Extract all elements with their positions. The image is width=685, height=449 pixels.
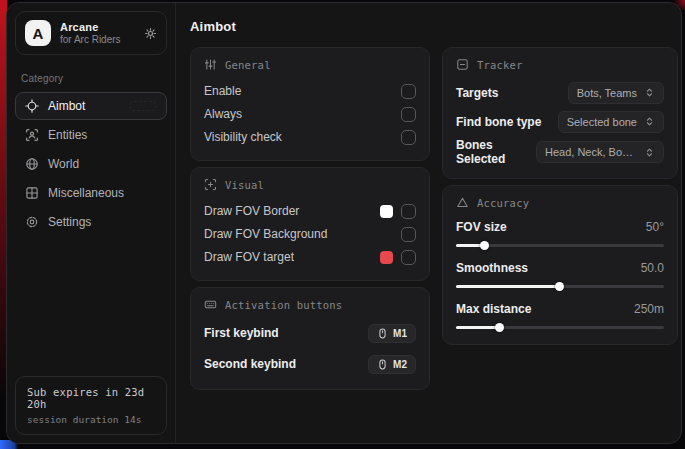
row-label: Second keybind bbox=[204, 357, 368, 371]
fov-target-color-swatch[interactable] bbox=[380, 251, 393, 264]
setting-row-max-distance: Max distance 250m bbox=[456, 300, 664, 332]
fov-size-slider[interactable] bbox=[456, 241, 664, 250]
slider-thumb[interactable] bbox=[495, 323, 504, 332]
draw-fov-border-checkbox[interactable] bbox=[401, 204, 416, 219]
row-label: Draw FOV Border bbox=[204, 204, 380, 218]
setting-row-draw-fov-border: Draw FOV Border bbox=[204, 200, 416, 222]
sidebar-item-label: Miscellaneous bbox=[48, 186, 124, 200]
row-label: Enable bbox=[204, 84, 401, 98]
row-label: Visibility check bbox=[204, 130, 401, 144]
globe-icon bbox=[25, 157, 39, 171]
sidebar-item-entities[interactable]: Entities bbox=[15, 121, 167, 149]
first-keybind-button[interactable]: M1 bbox=[368, 324, 416, 343]
card-title: General bbox=[225, 59, 271, 71]
smoothness-value: 50.0 bbox=[641, 261, 664, 275]
triangle-icon bbox=[456, 196, 469, 209]
second-keybind-button[interactable]: M2 bbox=[368, 355, 416, 374]
row-label: Targets bbox=[456, 86, 568, 100]
grid-icon bbox=[25, 186, 39, 200]
logo-text: Arcane for Arc Riders bbox=[60, 21, 135, 45]
sidebar-item-world[interactable]: World bbox=[15, 150, 167, 178]
crosshair-icon bbox=[25, 99, 39, 113]
find-bone-type-select[interactable]: Selected bone bbox=[558, 111, 664, 133]
setting-row-draw-fov-target: Draw FOV target bbox=[204, 246, 416, 268]
setting-row-smoothness: Smoothness 50.0 bbox=[456, 259, 664, 291]
setting-row-draw-fov-background: Draw FOV Background bbox=[204, 223, 416, 245]
row-label: Always bbox=[204, 107, 401, 121]
card-title: Visual bbox=[225, 179, 264, 191]
setting-row-find-bone-type: Find bone type Selected bone bbox=[456, 109, 664, 134]
smoothness-slider[interactable] bbox=[456, 282, 664, 291]
visibility-check-checkbox[interactable] bbox=[401, 130, 416, 145]
fov-size-value: 50° bbox=[646, 220, 664, 234]
setting-row-visibility-check: Visibility check bbox=[204, 126, 416, 148]
fov-border-color-swatch[interactable] bbox=[380, 205, 393, 218]
subscription-card: Sub expires in 23d 20h session duration … bbox=[15, 376, 167, 435]
setting-row-second-keybind: Second keybind M2 bbox=[204, 351, 416, 377]
focus-icon bbox=[204, 178, 217, 191]
sidebar-item-miscellaneous[interactable]: Miscellaneous bbox=[15, 179, 167, 207]
card-general: General Enable Always Visibility check bbox=[190, 47, 430, 161]
select-value: Bots, Teams bbox=[577, 87, 637, 99]
keybind-value: M1 bbox=[393, 328, 407, 339]
card-title: Activation buttons bbox=[225, 299, 342, 311]
setting-row-fov-size: FOV size 50° bbox=[456, 218, 664, 250]
logo-card: A Arcane for Arc Riders bbox=[15, 11, 167, 55]
sub-expiry-text: Sub expires in 23d 20h bbox=[27, 386, 155, 410]
row-label: Smoothness bbox=[456, 261, 641, 275]
sidebar-nav: Aimbot Entities World bbox=[7, 92, 175, 236]
sliders-icon bbox=[204, 58, 217, 71]
row-label: Draw FOV target bbox=[204, 250, 380, 264]
sidebar-item-label: Entities bbox=[48, 128, 87, 142]
keybind-value: M2 bbox=[393, 359, 407, 370]
row-label: Max distance bbox=[456, 302, 634, 316]
card-accuracy: Accuracy FOV size 50° bbox=[442, 185, 678, 345]
card-tracker: Tracker Targets Bots, Teams bbox=[442, 47, 678, 179]
entities-icon bbox=[25, 128, 39, 142]
category-label: Category bbox=[21, 73, 161, 84]
slider-thumb[interactable] bbox=[555, 282, 564, 291]
sidebar-item-label: Aimbot bbox=[48, 99, 85, 113]
enable-checkbox[interactable] bbox=[401, 84, 416, 99]
settings-gear-icon[interactable] bbox=[144, 27, 157, 40]
gear-icon bbox=[25, 215, 39, 229]
always-checkbox[interactable] bbox=[401, 107, 416, 122]
setting-row-first-keybind: First keybind M1 bbox=[204, 320, 416, 346]
setting-row-always: Always bbox=[204, 103, 416, 125]
setting-row-enable: Enable bbox=[204, 80, 416, 102]
row-label: Bones Selected bbox=[456, 138, 536, 166]
max-distance-slider[interactable] bbox=[456, 323, 664, 332]
sidebar: A Arcane for Arc Riders Category bbox=[7, 3, 176, 443]
sidebar-item-label: Settings bbox=[48, 215, 91, 229]
card-title: Accuracy bbox=[477, 197, 529, 209]
unfold-icon bbox=[644, 147, 655, 158]
card-visual: Visual Draw FOV Border Draw FOV Backgrou… bbox=[190, 167, 430, 281]
app-title: Arcane bbox=[60, 21, 135, 33]
draw-fov-target-checkbox[interactable] bbox=[401, 250, 416, 265]
unfold-icon bbox=[644, 87, 655, 98]
target-lock-icon bbox=[456, 58, 469, 71]
sidebar-item-settings[interactable]: Settings bbox=[15, 208, 167, 236]
bones-selected-select[interactable]: Head, Neck, Body, Pe... bbox=[536, 141, 664, 163]
mouse-icon bbox=[377, 359, 388, 370]
targets-select[interactable]: Bots, Teams bbox=[568, 82, 664, 104]
sidebar-item-aimbot[interactable]: Aimbot bbox=[15, 92, 167, 120]
select-value: Selected bone bbox=[567, 116, 637, 128]
app-window: A Arcane for Arc Riders Category bbox=[6, 2, 682, 444]
card-activation-buttons: Activation buttons First keybind M1 bbox=[190, 287, 430, 390]
slider-thumb[interactable] bbox=[480, 241, 489, 250]
max-distance-value: 250m bbox=[634, 302, 664, 316]
sidebar-item-label: World bbox=[48, 157, 79, 171]
row-label: Draw FOV Background bbox=[204, 227, 401, 241]
setting-row-bones-selected: Bones Selected Head, Neck, Body, Pe... bbox=[456, 138, 664, 166]
page-title: Aimbot bbox=[190, 19, 678, 34]
app-subtitle: for Arc Riders bbox=[60, 34, 135, 45]
draw-fov-background-checkbox[interactable] bbox=[401, 227, 416, 242]
app-logo: A bbox=[25, 20, 51, 46]
card-title: Tracker bbox=[477, 59, 523, 71]
aimbot-shortcut-ghost bbox=[130, 101, 156, 111]
row-label: Find bone type bbox=[456, 115, 558, 129]
keyboard-icon bbox=[204, 298, 217, 311]
mouse-icon bbox=[377, 328, 388, 339]
row-label: FOV size bbox=[456, 220, 646, 234]
